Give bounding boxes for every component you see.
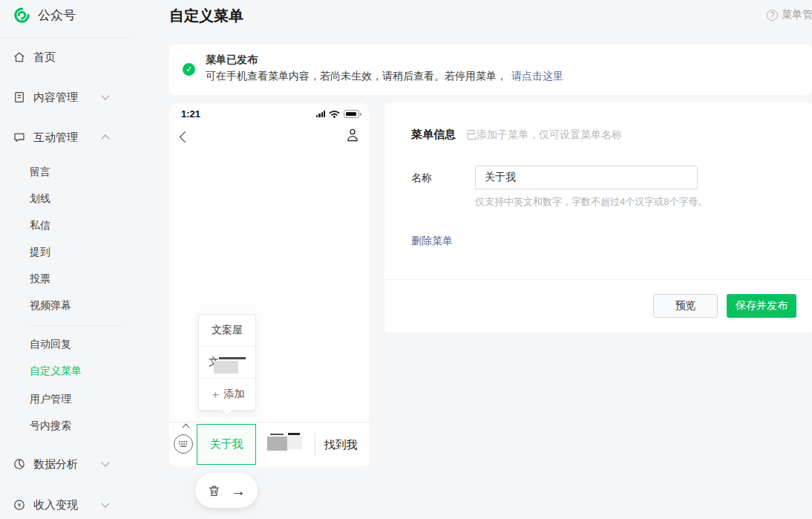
chevron-up-icon — [101, 134, 109, 143]
sidebar-item-label: 首页 — [33, 50, 56, 65]
menu-bar-divider — [315, 433, 315, 457]
sidebar-item-toupiao[interactable]: 投票 — [30, 272, 50, 287]
sidebar-item-revenue[interactable]: ¥ 收入变现 — [0, 497, 123, 513]
sidebar-item-label: 收入变现 — [33, 498, 78, 512]
sidebar-item-home[interactable]: 首页 — [0, 49, 123, 65]
menu-name-input[interactable] — [475, 166, 698, 189]
plus-icon: ＋ — [210, 388, 221, 402]
sidebar-item-data-analysis[interactable]: 数据分析 — [0, 456, 123, 472]
menu-item-redacted[interactable] — [261, 422, 313, 467]
add-label: 添加 — [224, 388, 245, 401]
signal-icon — [316, 111, 325, 117]
notice-text: 可在手机查看菜单内容，若尚未生效，请稍后查看。若停用菜单， — [206, 70, 507, 82]
sidebar-divider — [30, 325, 122, 326]
redaction-mark — [219, 357, 246, 359]
submenu-item-2[interactable]: 文 — [199, 347, 255, 379]
redaction-mark — [288, 433, 300, 435]
sidebar-item-interaction[interactable]: 互动管理 — [0, 129, 123, 146]
keyboard-caret-icon — [183, 424, 190, 431]
menu-item-find-me[interactable]: 找到我 — [318, 422, 364, 467]
sidebar-item-custom-menu[interactable]: 自定义菜单 — [30, 364, 82, 379]
panel-header: 菜单信息 已添加子菜单，仅可设置菜单名称 — [411, 128, 622, 142]
menu-item-label: 找到我 — [324, 438, 358, 452]
battery-icon — [344, 110, 359, 118]
publish-button[interactable]: 保存并发布 — [727, 294, 796, 318]
sidebar-item-liuyan[interactable]: 留言 — [30, 165, 50, 180]
panel-footer: 预览 保存并发布 — [384, 279, 812, 333]
back-icon — [180, 131, 191, 143]
money-icon: ¥ — [13, 498, 26, 512]
preview-button[interactable]: 预览 — [653, 294, 718, 318]
sidebar-item-danmu[interactable]: 视频弹幕 — [30, 298, 71, 313]
redaction-block — [287, 436, 302, 449]
sidebar-item-tidao[interactable]: 提到 — [30, 245, 50, 260]
question-icon: ? — [767, 10, 778, 21]
menu-help-link[interactable]: ? 菜单管理 — [767, 8, 812, 22]
submenu-item-label: 文案屋 — [212, 324, 243, 337]
phone-status-icons — [316, 110, 359, 118]
redaction-block — [214, 361, 238, 373]
sidebar-item-label: 数据分析 — [33, 457, 78, 471]
chevron-down-icon — [101, 458, 109, 466]
sidebar-item-label: 内容管理 — [33, 91, 78, 105]
sidebar: 公众号 首页 内容管理 互动管理 留言 划线 私信 提到 投票 视频弹幕 — [0, 0, 163, 519]
sidebar-item-huaxian[interactable]: 划线 — [30, 192, 50, 206]
sidebar-item-search[interactable]: 号内搜索 — [30, 419, 71, 434]
submenu-item-1[interactable]: 文案屋 — [199, 315, 255, 347]
redaction-mark — [270, 434, 284, 435]
keyboard-icon[interactable] — [174, 434, 193, 454]
help-label: 菜单管理 — [782, 8, 812, 22]
notice-title: 菜单已发布 — [206, 53, 258, 67]
pie-chart-icon — [13, 457, 26, 471]
menu-item-selected[interactable]: 关于我 — [197, 424, 256, 465]
submenu-popup: 文案屋 文 ＋ 添加 — [198, 314, 256, 411]
sidebar-item-sixin[interactable]: 私信 — [30, 218, 50, 233]
menu-item-label: 关于我 — [210, 437, 243, 451]
sidebar-divider — [0, 37, 131, 38]
arrow-right-icon[interactable]: → — [231, 483, 246, 498]
sidebar-item-label: 互动管理 — [33, 131, 78, 145]
menu-info-panel: 菜单信息 已添加子菜单，仅可设置菜单名称 名称 仅支持中英文和数字，字数不超过4… — [384, 102, 812, 333]
sidebar-item-user-mgmt[interactable]: 用户管理 — [30, 392, 71, 407]
chat-bubble-icon — [13, 131, 26, 144]
wechat-logo-icon — [13, 7, 30, 24]
chevron-down-icon — [101, 91, 109, 99]
delete-menu-link[interactable]: 删除菜单 — [411, 235, 453, 248]
check-circle-icon: ✓ — [183, 63, 195, 76]
home-icon — [13, 50, 26, 64]
app-logo[interactable]: 公众号 — [13, 7, 76, 24]
document-icon — [13, 91, 26, 104]
name-label: 名称 — [411, 172, 432, 185]
disable-menu-link[interactable]: 请点击这里 — [511, 70, 563, 82]
sidebar-item-content[interactable]: 内容管理 — [0, 89, 123, 105]
publish-notice: ✓ 菜单已发布 可在手机查看菜单内容，若尚未生效，请稍后查看。若停用菜单，请点击… — [169, 45, 812, 95]
notice-body: 可在手机查看菜单内容，若尚未生效，请稍后查看。若停用菜单，请点击这里 — [206, 70, 563, 83]
phone-time: 1:21 — [181, 108, 200, 120]
phone-menu-bar: 关于我 找到我 — [169, 422, 369, 466]
panel-subtitle: 已添加子菜单，仅可设置菜单名称 — [466, 128, 622, 142]
logo-label: 公众号 — [38, 7, 76, 24]
panel-title: 菜单信息 — [411, 128, 456, 142]
person-icon — [346, 128, 359, 143]
chevron-down-icon — [101, 499, 109, 507]
phone-preview: 1:21 文案屋 文 ＋ 添加 — [169, 102, 369, 466]
sidebar-item-auto-reply[interactable]: 自动回复 — [30, 337, 71, 352]
page-title: 自定义菜单 — [169, 6, 243, 26]
name-hint: 仅支持中英文和数字，字数不超过4个汉字或8个字母。 — [475, 195, 707, 209]
redaction-block — [267, 437, 287, 451]
trash-icon[interactable] — [207, 483, 221, 498]
menu-action-pill: → — [195, 473, 258, 508]
wifi-icon — [329, 110, 340, 118]
svg-text:¥: ¥ — [17, 502, 21, 509]
